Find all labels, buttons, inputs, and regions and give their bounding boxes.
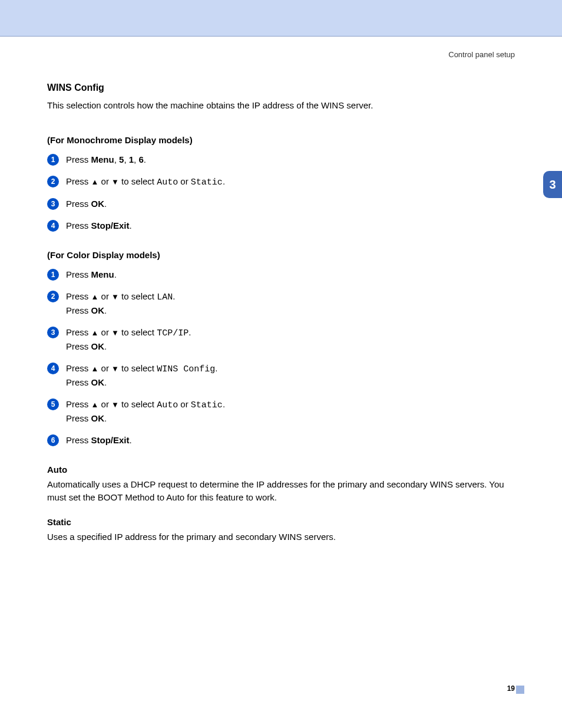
step-text: Press Menu, 5, 1, 6. (66, 153, 146, 167)
step-text: Press ▲ or ▼ to select WINS Config.Press… (66, 362, 217, 390)
section-intro: This selection controls how the machine … (47, 99, 518, 111)
step-number-badge: 2 (47, 176, 59, 187)
section-title: WINS Config (47, 83, 518, 93)
mono-heading: (For Monochrome Display models) (47, 135, 518, 145)
color-steps: 1Press Menu.2Press ▲ or ▼ to select LAN.… (47, 268, 518, 447)
step-text: Press ▲ or ▼ to select TCP/IP.Press OK. (66, 326, 191, 354)
mono-steps: 1Press Menu, 5, 1, 6.2Press ▲ or ▼ to se… (47, 153, 518, 232)
step-number-badge: 3 (47, 327, 59, 338)
step-number-badge: 5 (47, 398, 59, 410)
page-number: 19 (507, 684, 515, 693)
auto-text: Automatically uses a DHCP request to det… (47, 478, 518, 504)
step-text: Press ▲ or ▼ to select Auto or Static.Pr… (66, 398, 225, 426)
step-number-badge: 6 (47, 434, 59, 446)
step: 1Press Menu, 5, 1, 6. (47, 153, 518, 167)
step-number-badge: 1 (47, 154, 59, 166)
step-number-badge: 4 (47, 363, 59, 374)
step: 2Press ▲ or ▼ to select LAN.Press OK. (47, 290, 518, 318)
step-number-badge: 3 (47, 198, 59, 210)
step: 6Press Stop/Exit. (47, 434, 518, 447)
color-heading: (For Color Display models) (47, 250, 518, 260)
static-label: Static (47, 517, 518, 527)
step-number-badge: 4 (47, 220, 59, 232)
top-banner (0, 0, 562, 37)
step-text: Press Stop/Exit. (66, 219, 132, 233)
step: 5Press ▲ or ▼ to select Auto or Static.P… (47, 398, 518, 426)
auto-label: Auto (47, 465, 518, 475)
step: 2Press ▲ or ▼ to select Auto or Static. (47, 175, 518, 190)
chapter-tab: 3 (543, 171, 562, 198)
step: 4Press Stop/Exit. (47, 219, 518, 233)
step-number-badge: 1 (47, 269, 59, 281)
step: 3Press OK. (47, 197, 518, 211)
step-text: Press OK. (66, 197, 107, 211)
step-text: Press Stop/Exit. (66, 434, 132, 447)
step-text: Press ▲ or ▼ to select Auto or Static. (66, 175, 225, 190)
static-text: Uses a specified IP address for the prim… (47, 531, 518, 543)
step: 1Press Menu. (47, 268, 518, 282)
page-content: WINS Config This selection controls how … (47, 83, 518, 556)
step: 3Press ▲ or ▼ to select TCP/IP.Press OK. (47, 326, 518, 354)
header-right: Control panel setup (448, 50, 515, 59)
step-number-badge: 2 (47, 291, 59, 302)
step: 4Press ▲ or ▼ to select WINS Config.Pres… (47, 362, 518, 390)
step-text: Press ▲ or ▼ to select LAN.Press OK. (66, 290, 175, 318)
step-text: Press Menu. (66, 268, 117, 282)
page-number-bar (516, 686, 524, 694)
